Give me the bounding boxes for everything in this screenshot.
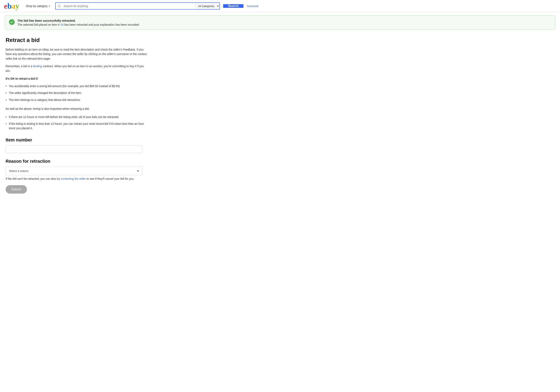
shop-by-category-button[interactable]: Shop by category ▼: [24, 3, 52, 9]
success-title: The bid has been successfully retracted.: [18, 19, 140, 22]
shop-by-category-label: Shop by category: [26, 4, 48, 8]
search-bar: All Categories: [55, 2, 220, 10]
advanced-search-link[interactable]: Advanced: [247, 5, 258, 8]
category-select[interactable]: All Categories: [195, 3, 220, 9]
cancel-bid-text: If the bid can't be retracted, you can a…: [6, 177, 147, 180]
success-desc-after: has been retracted and your explanation …: [63, 23, 140, 26]
success-description: The selected bid placed on item # 14 has…: [18, 23, 140, 26]
list-item: If the listing is ending in less than 12…: [6, 120, 147, 132]
main-content: Retract a bid Before bidding on an item …: [0, 33, 153, 202]
list-item: The seller significantly changed the des…: [6, 89, 147, 96]
intro-paragraph: Before bidding on an item on eBay, be su…: [6, 47, 147, 61]
logo-a: a: [12, 2, 15, 10]
site-header: e b a y Shop by category ▼ All Categorie…: [0, 0, 560, 12]
timing-intro: As well as the above, timing is also imp…: [6, 106, 147, 111]
list-item: The item belongs to a category that allo…: [6, 96, 147, 103]
reason-heading: Reason for retraction: [6, 159, 147, 164]
timing-list: If there are 12 hours or more left befor…: [6, 114, 147, 132]
logo-e: e: [4, 2, 7, 10]
ebay-logo[interactable]: e b a y: [4, 2, 19, 10]
reason-select-wrapper: Select a reason I accidentally entered t…: [6, 167, 142, 175]
submit-button[interactable]: Submit: [6, 185, 27, 194]
success-text: The bid has been successfully retracted.…: [18, 19, 140, 26]
success-banner: The bid has been successfully retracted.…: [5, 15, 555, 30]
reason-select[interactable]: Select a reason I accidentally entered t…: [6, 167, 142, 175]
chevron-down-icon: ▼: [48, 5, 50, 7]
item-number-input[interactable]: [6, 145, 142, 153]
cancel-text-after: to see if they'll cancel your bid for yo…: [86, 177, 134, 180]
contacting-seller-link[interactable]: contacting the seller: [61, 177, 86, 180]
item-number-link[interactable]: 14: [60, 23, 63, 26]
cancel-text-before: If the bid can't be retracted, you can a…: [6, 177, 61, 180]
page-title: Retract a bid: [6, 37, 147, 43]
binding-paragraph: Remember, a bid is a binding contract. W…: [6, 64, 147, 73]
success-desc-before: The selected bid placed on item #: [18, 23, 60, 26]
svg-line-1: [60, 7, 61, 8]
search-icon: [56, 3, 63, 9]
ok-retract-list: You accidentally enter a wrong bid amoun…: [6, 83, 147, 103]
list-item: You accidentally enter a wrong bid amoun…: [6, 83, 147, 89]
ok-retract-heading: It's OK to retract a bid if:: [6, 77, 147, 80]
binding-link[interactable]: binding: [33, 65, 42, 68]
logo-y: y: [15, 2, 19, 10]
binding-text-before: Remember, a bid is a: [6, 65, 33, 68]
search-input[interactable]: [63, 3, 195, 9]
success-icon: [9, 19, 15, 25]
logo-b: b: [7, 2, 12, 10]
list-item: If there are 12 hours or more left befor…: [6, 114, 147, 120]
svg-point-0: [58, 5, 60, 7]
item-number-heading: Item number: [6, 137, 147, 143]
search-button[interactable]: Search: [223, 4, 243, 8]
